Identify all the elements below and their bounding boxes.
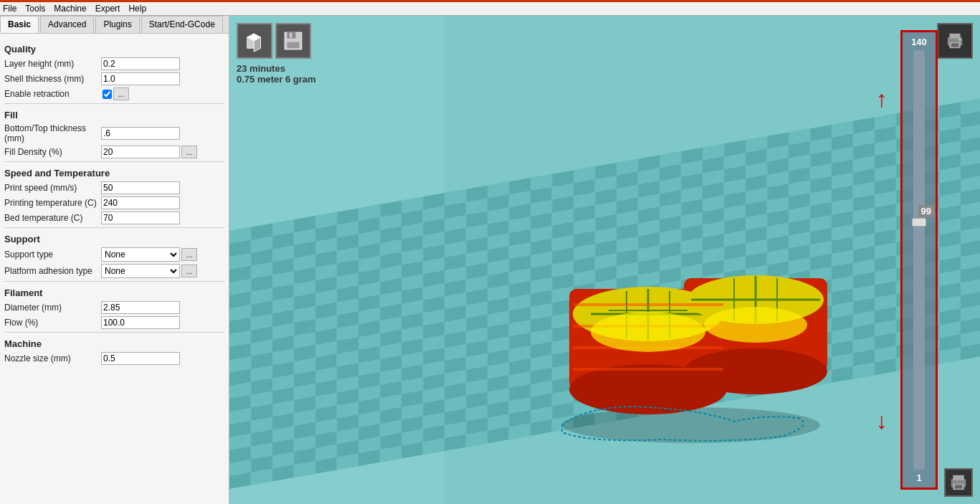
slider-min-value: 1 — [916, 472, 921, 483]
flow-input[interactable] — [101, 316, 180, 329]
svg-point-41 — [591, 312, 705, 352]
viewport-toolbar: 23 minutes 0.75 meter 6 gram — [237, 23, 316, 85]
shell-thickness-input[interactable] — [101, 72, 180, 85]
slider-arrow-up: ↑ — [876, 87, 888, 110]
fill-density-extra[interactable]: ... — [181, 146, 197, 158]
machine-header: Machine — [4, 338, 224, 349]
tab-plugins[interactable]: Plugins — [95, 16, 139, 33]
material-estimate: 0.75 meter 6 gram — [237, 74, 316, 85]
nozzle-size-input[interactable] — [101, 352, 180, 365]
tab-start-end-gcode[interactable]: Start/End-GCode — [141, 16, 223, 33]
enable-retraction-extra[interactable]: ... — [113, 87, 129, 100]
svg-rect-44 — [953, 475, 964, 480]
svg-rect-15 — [949, 34, 960, 39]
layer-height-label: Layer height (mm) — [4, 59, 101, 69]
speed-header: Speed and Temperature — [4, 168, 224, 179]
filament-header: Filament — [4, 287, 224, 298]
viewport-stats: 23 minutes 0.75 meter 6 gram — [237, 63, 316, 85]
printer-icon-button[interactable] — [937, 23, 973, 59]
load-model-button[interactable] — [237, 23, 272, 59]
bed-temp-label: Bed temperature (C) — [4, 213, 101, 223]
time-estimate: 23 minutes — [237, 63, 316, 74]
quality-header: Quality — [4, 44, 224, 54]
platform-adhesion-extra[interactable]: ... — [181, 265, 197, 277]
tab-bar: Basic Advanced Plugins Start/End-GCode — [0, 16, 229, 34]
svg-rect-17 — [951, 43, 958, 47]
slider-track[interactable] — [913, 50, 925, 470]
slider-arrow-down: ↓ — [876, 409, 888, 432]
svg-rect-40 — [573, 368, 723, 371]
svg-rect-46 — [955, 485, 962, 488]
diameter-label: Diameter (mm) — [4, 303, 101, 313]
shell-thickness-label: Shell thickness (mm) — [4, 74, 101, 84]
left-panel: Basic Advanced Plugins Start/End-GCode Q… — [0, 16, 229, 504]
menu-help[interactable]: Help — [128, 4, 146, 14]
platform-adhesion-label: Platform adhesion type — [4, 266, 101, 276]
bed-temp-input[interactable] — [101, 211, 180, 224]
svg-point-42 — [704, 307, 807, 343]
tab-basic[interactable]: Basic — [0, 16, 39, 33]
save-gcode-button[interactable] — [275, 23, 311, 59]
diameter-input[interactable] — [101, 301, 180, 314]
svg-rect-12 — [287, 42, 300, 48]
support-type-select[interactable]: None Touching buildplate Everywhere — [101, 247, 180, 262]
layer-slider-box[interactable]: 140 99 1 — [900, 30, 938, 490]
support-type-label: Support type — [4, 249, 101, 260]
slider-max-value: 140 — [911, 37, 927, 47]
print-speed-input[interactable] — [101, 181, 180, 194]
support-type-extra[interactable]: ... — [181, 248, 197, 261]
menu-bar: File Tools Machine Expert Help — [0, 0, 980, 16]
fill-density-input[interactable] — [101, 146, 180, 158]
svg-point-19 — [562, 407, 820, 443]
layer-height-input[interactable] — [101, 57, 180, 70]
viewport[interactable]: 23 minutes 0.75 meter 6 gram — [229, 16, 980, 504]
print-temp-label: Printing temperature (C) — [4, 198, 101, 208]
bot-right-icon-area — [944, 468, 973, 497]
flow-label: Flow (%) — [4, 318, 101, 328]
platform-adhesion-select[interactable]: None Brim Raft — [101, 264, 180, 278]
3d-model — [533, 160, 892, 447]
svg-point-25 — [684, 348, 827, 394]
svg-point-18 — [958, 39, 961, 41]
bottom-top-label: Bottom/Top thickness (mm) — [4, 123, 101, 143]
top-right-icon-area — [937, 23, 973, 59]
settings-panel: Quality Layer height (mm) Shell thicknes… — [0, 34, 229, 504]
svg-rect-13 — [290, 33, 292, 38]
tab-advanced[interactable]: Advanced — [40, 16, 94, 33]
fill-header: Fill — [4, 110, 224, 120]
support-header: Support — [4, 234, 224, 244]
enable-retraction-label: Enable retraction — [4, 89, 101, 99]
menu-expert[interactable]: Expert — [95, 4, 120, 14]
bottom-top-input[interactable] — [101, 127, 180, 140]
print-speed-label: Print speed (mm/s) — [4, 183, 101, 193]
nozzle-size-label: Nozzle size (mm) — [4, 353, 101, 363]
slider-thumb[interactable] — [912, 218, 926, 227]
bottom-printer-icon[interactable] — [944, 468, 973, 497]
slider-current-value: 99 — [918, 205, 934, 217]
menu-machine[interactable]: Machine — [54, 4, 86, 14]
enable-retraction-checkbox[interactable] — [103, 90, 112, 99]
layer-slider-panel: ↑ ↓ 140 99 1 — [898, 30, 941, 490]
menu-tools[interactable]: Tools — [25, 4, 45, 14]
svg-rect-37 — [573, 303, 723, 306]
fill-density-label: Fill Density (%) — [4, 147, 101, 157]
menu-file[interactable]: File — [3, 4, 16, 14]
print-temp-input[interactable] — [101, 196, 180, 209]
